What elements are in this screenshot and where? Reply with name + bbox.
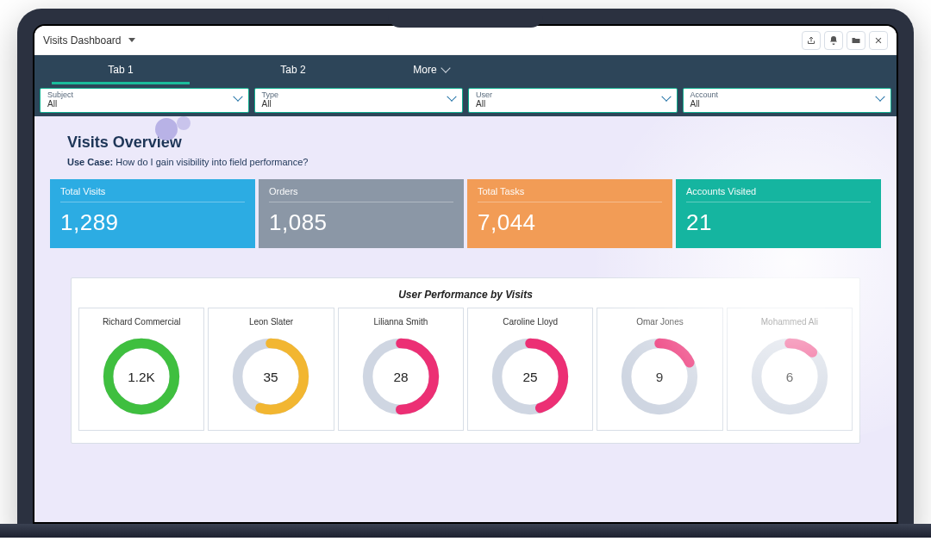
caret-down-icon [128,38,135,42]
folder-icon [851,35,861,46]
filter-label: User [476,90,670,99]
titlebar-actions [802,31,888,50]
filter-value: All [476,99,670,109]
tab-1[interactable]: Tab 1 [34,55,207,84]
kpi-value: 7,044 [478,209,662,236]
tab-label: More [413,55,436,84]
share-button[interactable] [802,31,821,50]
tab-more[interactable]: More [379,55,483,84]
donut-chart: 25 [473,335,587,418]
laptop-frame: Visits Dashboard Tab 1Tab 2More [17,9,914,538]
kpi-total-tasks[interactable]: Total Tasks7,044 [467,179,672,248]
filter-user[interactable]: UserAll [468,88,678,113]
laptop-base [0,524,931,538]
filter-label: Type [262,90,456,99]
titlebar: Visits Dashboard [34,26,897,55]
kpi-value: 1,289 [60,209,245,236]
bell-icon [828,35,839,46]
filter-type[interactable]: TypeAll [254,88,464,113]
close-icon [874,36,883,45]
main-tabs: Tab 1Tab 2More [34,55,897,84]
usecase-text: How do I gain visibility into field perf… [116,157,308,167]
donut-user-name: Leon Slater [214,317,328,327]
notifications-button[interactable] [824,31,843,50]
donut-cell[interactable]: Richard Commercial1.2K [78,308,204,431]
filter-label: Subject [47,90,241,99]
filter-value: All [47,99,241,109]
chevron-down-icon [441,63,450,72]
donut-chart: 35 [214,335,328,418]
laptop-notch [388,9,543,28]
page-body: Visits Overview Use Case: How do I gain … [34,116,897,524]
kpi-row: Total Visits1,289Orders1,085Total Tasks7… [50,179,881,248]
tab-2[interactable]: Tab 2 [207,55,379,84]
svg-text:35: 35 [264,370,278,384]
hero-dot [155,118,178,140]
filter-account[interactable]: AccountAll [683,88,892,113]
kpi-label: Total Tasks [478,186,662,202]
kpi-label: Orders [269,186,453,202]
kpi-total-visits[interactable]: Total Visits1,289 [50,179,255,248]
donut-user-name: Caroline Lloyd [473,317,587,327]
tab-label: Tab 2 [280,64,305,76]
kpi-value: 1,085 [269,209,453,236]
hero-dot [177,116,191,130]
tab-label: Tab 1 [108,64,133,76]
share-icon [806,35,816,46]
kpi-accounts-visited[interactable]: Accounts Visited21 [676,179,881,248]
filters-row: SubjectAllTypeAllUserAllAccountAll [34,84,897,116]
filter-label: Account [690,90,884,99]
svg-text:25: 25 [523,370,538,384]
donut-chart: 28 [344,335,458,418]
title-left[interactable]: Visits Dashboard [43,34,135,47]
donut-cell[interactable]: Caroline Lloyd25 [467,308,593,431]
page-title: Visits Dashboard [43,34,122,47]
donut-user-name: Lilianna Smith [344,317,458,327]
svg-text:1.2K: 1.2K [128,370,155,384]
filter-value: All [262,99,456,109]
filter-value: All [690,99,884,109]
folder-button[interactable] [847,31,865,50]
kpi-label: Total Visits [60,186,245,202]
kpi-orders[interactable]: Orders1,085 [259,179,464,248]
kpi-value: 21 [686,209,871,236]
donut-cell[interactable]: Leon Slater35 [208,308,334,431]
close-button[interactable] [869,31,888,50]
donut-cell[interactable]: Lilianna Smith28 [338,308,464,431]
filter-subject[interactable]: SubjectAll [40,88,249,113]
app-screen: Visits Dashboard Tab 1Tab 2More [33,24,898,524]
donut-chart: 1.2K [84,335,198,418]
svg-text:28: 28 [393,370,408,384]
donut-user-name: Richard Commercial [84,317,198,327]
usecase-label: Use Case: [67,157,113,167]
kpi-label: Accounts Visited [686,186,871,202]
